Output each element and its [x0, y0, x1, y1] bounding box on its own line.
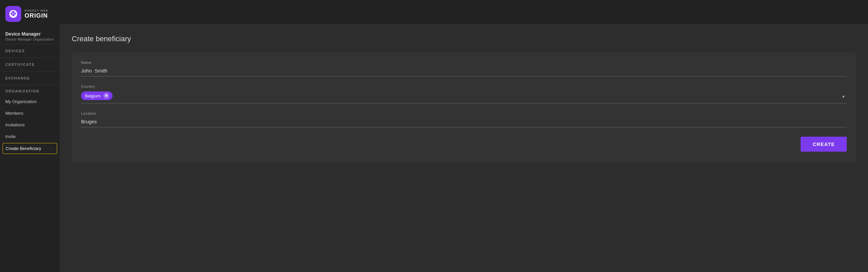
country-tag-belgium: Belgium ✕ [81, 91, 113, 100]
country-field: Country Belgium ✕ ▼ [81, 84, 847, 103]
sidebar-item-my-organization[interactable]: My Organization [0, 96, 60, 107]
logo-text: energy web ORIGIN [25, 9, 48, 19]
location-label: Location [81, 111, 847, 115]
country-field-container: Country Belgium ✕ ▼ [81, 84, 847, 103]
user-org: Device Manager Organization [5, 37, 55, 41]
top-bar [60, 0, 868, 24]
form-actions: CREATE [81, 137, 847, 152]
name-label: Name [81, 60, 847, 64]
name-field-container: Name [81, 60, 847, 77]
logo-top: energy web [25, 9, 48, 12]
sidebar-item-create-beneficiary[interactable]: Create Beneficiary [3, 143, 57, 154]
logo-icon [5, 6, 21, 22]
logo-bottom: ORIGIN [25, 12, 48, 19]
sidebar-item-members[interactable]: Members [0, 107, 60, 119]
sidebar-section-exchange[interactable]: EXCHANGE [0, 71, 60, 83]
sidebar-section-organization[interactable]: ORGANIZATION [0, 85, 60, 96]
user-info: Device Manager Device Manager Organizati… [0, 27, 60, 43]
country-tag-remove[interactable]: ✕ [103, 93, 109, 99]
sidebar-item-invitations[interactable]: Invitations [0, 119, 60, 131]
sidebar: energy web ORIGIN Device Manager Device … [0, 0, 60, 272]
main-content: Create beneficiary Name Country Belgium … [60, 0, 868, 272]
sidebar-section-certificate[interactable]: CERTIFICATE [0, 57, 60, 70]
form-card: Name Country Belgium ✕ ▼ Location [72, 53, 856, 162]
country-tag-label: Belgium [85, 93, 101, 99]
app-logo: energy web ORIGIN [0, 0, 60, 27]
name-input[interactable] [81, 66, 847, 77]
sidebar-section-devices[interactable]: DEVICES [0, 44, 60, 56]
location-input[interactable] [81, 117, 847, 127]
sidebar-item-invite[interactable]: Invite [0, 131, 60, 142]
country-tags: Belgium ✕ [81, 91, 847, 101]
page-title: Create beneficiary [72, 34, 856, 43]
form-area: Create beneficiary Name Country Belgium … [60, 24, 868, 272]
user-name: Device Manager [5, 31, 55, 36]
country-label: Country [81, 84, 847, 88]
chevron-down-icon[interactable]: ▼ [841, 94, 845, 99]
location-field-container: Location [81, 111, 847, 127]
create-button[interactable]: CREATE [801, 137, 847, 152]
